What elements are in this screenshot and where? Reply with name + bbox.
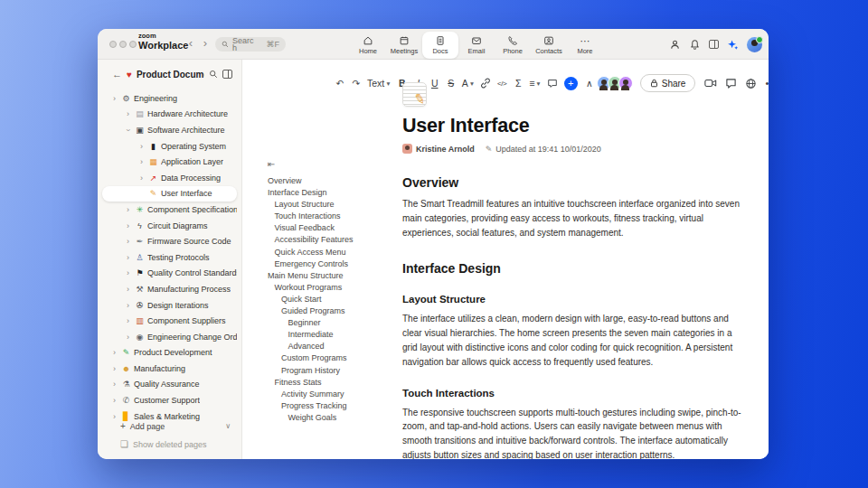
tab-phone[interactable]: Phone bbox=[495, 32, 531, 59]
show-deleted-pages-button[interactable]: ❏ Show deleted pages bbox=[98, 436, 241, 452]
global-search-input[interactable]: Search ⌘F bbox=[215, 37, 286, 52]
outline-item[interactable]: Workout Programs bbox=[268, 282, 403, 294]
redo-button[interactable]: ↷ bbox=[349, 75, 363, 91]
search-icon bbox=[222, 41, 229, 48]
sidebar-item[interactable]: ›ϟCircuit Diagrams bbox=[102, 218, 237, 234]
close-window-button[interactable] bbox=[109, 41, 117, 48]
chevron-right-icon[interactable]: › bbox=[124, 333, 132, 342]
sidebar-item[interactable]: ›✒Firmware Source Code bbox=[102, 233, 237, 249]
outline-item[interactable]: Touch Interactions bbox=[268, 211, 403, 222]
contact-card-icon[interactable] bbox=[669, 39, 681, 51]
outline-item[interactable]: Fitness Stats bbox=[268, 377, 403, 389]
chevron-right-icon[interactable]: › bbox=[124, 109, 132, 118]
sidebar-item[interactable]: ›✇Design Iterations bbox=[102, 297, 237, 314]
outline-item[interactable]: Visual Feedback bbox=[268, 222, 403, 234]
sidebar-item[interactable]: ›▣Software Architecture bbox=[102, 122, 237, 138]
sidebar-item[interactable]: ›▥Component Suppliers bbox=[102, 313, 237, 329]
minimize-window-button[interactable] bbox=[119, 41, 127, 48]
outline-item[interactable]: Guided Programs bbox=[268, 305, 403, 317]
doc-heading: Touch Interactions bbox=[402, 388, 746, 399]
doc-sections[interactable]: OverviewThe Smart Treadmill features an … bbox=[402, 175, 746, 459]
notifications-bell-icon[interactable] bbox=[689, 39, 701, 51]
globe-icon[interactable] bbox=[745, 78, 757, 89]
sidebar-item[interactable]: ›▤Hardware Architecture bbox=[102, 107, 237, 123]
tab-home[interactable]: Home bbox=[350, 32, 386, 59]
outline-item[interactable]: Custom Programs bbox=[268, 352, 403, 364]
sidebar-item[interactable]: ›↗Data Processing bbox=[102, 170, 237, 186]
outline-item[interactable]: Main Menu Structure bbox=[268, 270, 403, 282]
sidebar-item[interactable]: ›⚑Quality Control Standards bbox=[102, 266, 237, 282]
outline-item[interactable]: Intermediate bbox=[268, 329, 403, 341]
tab-email[interactable]: Email bbox=[458, 32, 495, 59]
back-button[interactable]: ‹ bbox=[184, 36, 197, 50]
outline-item[interactable]: Accessibility Features bbox=[268, 234, 403, 246]
chevron-right-icon[interactable]: › bbox=[124, 301, 132, 310]
sidebar-item[interactable]: ›◉Engineering Change Orders bbox=[102, 329, 237, 345]
chevron-right-icon[interactable]: › bbox=[124, 253, 132, 262]
chevron-right-icon[interactable]: › bbox=[124, 285, 132, 294]
email-icon bbox=[471, 35, 482, 46]
sidebar-collapse-icon[interactable] bbox=[222, 70, 232, 79]
text-style-select[interactable]: Text▼ bbox=[365, 75, 393, 91]
outline-item[interactable]: Emergency Controls bbox=[268, 258, 403, 270]
workspace-title[interactable]: Product Documenta... bbox=[137, 70, 204, 80]
sidebar-item[interactable]: ›✆Customer Support bbox=[102, 392, 237, 408]
sidebar-search-icon[interactable] bbox=[209, 70, 218, 79]
updated-timestamp: Updated at 19:41 10/01/2020 bbox=[495, 145, 601, 154]
maximize-window-button[interactable] bbox=[129, 41, 137, 48]
sidebar-item[interactable]: ›▮Operating System bbox=[102, 138, 237, 155]
sidebar-back-icon[interactable]: ← bbox=[112, 69, 122, 80]
chevron-right-icon[interactable]: › bbox=[110, 348, 118, 357]
side-panel-toggle-icon[interactable] bbox=[709, 40, 719, 49]
sidebar-item[interactable]: ›♙Testing Protocols bbox=[102, 249, 237, 266]
doc-content[interactable]: ✎ User Interface Kristine Arnold ✎ Updat… bbox=[402, 60, 746, 459]
outline-item[interactable]: Interface Design bbox=[268, 187, 403, 199]
sidebar-item[interactable]: ✎User Interface bbox=[102, 186, 237, 202]
chevron-right-icon[interactable]: › bbox=[137, 157, 146, 166]
window-controls[interactable] bbox=[109, 41, 137, 48]
sidebar-item[interactable]: ›⚙Engineering bbox=[102, 90, 237, 107]
outline-item[interactable]: Overview bbox=[268, 175, 403, 187]
sidebar-item[interactable]: ›⚗Quality Assurance bbox=[102, 377, 237, 393]
chevron-right-icon[interactable]: › bbox=[137, 174, 146, 183]
chevron-right-icon[interactable]: › bbox=[124, 205, 132, 214]
outline-item[interactable]: Layout Structure bbox=[268, 199, 403, 211]
chevron-right-icon[interactable]: › bbox=[124, 268, 132, 277]
outline-item[interactable]: Beginner bbox=[268, 317, 403, 329]
outline-item[interactable]: Weight Goals bbox=[268, 412, 403, 424]
outline-item[interactable]: Advanced bbox=[268, 341, 403, 352]
add-page-button[interactable]: + Add page ∨ bbox=[98, 418, 241, 434]
outline-item[interactable]: Quick Start bbox=[268, 294, 403, 305]
sidebar-item[interactable]: ›▦Application Layer bbox=[102, 154, 237, 170]
tab-more[interactable]: ⋯ More bbox=[567, 32, 603, 59]
sidebar-item[interactable]: ›✎Product Development bbox=[102, 345, 237, 361]
chevron-right-icon[interactable]: › bbox=[110, 94, 118, 103]
doc-more-icon[interactable]: ••• bbox=[765, 78, 769, 89]
outline-item[interactable]: Program History bbox=[268, 365, 403, 377]
chevron-down-icon[interactable]: ∨ bbox=[225, 422, 231, 430]
sidebar-item-label: Firmware Source Code bbox=[147, 237, 231, 246]
undo-button[interactable]: ↶ bbox=[333, 75, 347, 91]
tab-meetings[interactable]: Meetings bbox=[386, 32, 422, 59]
sidebar-item[interactable]: ›☻Manufacturing bbox=[102, 361, 237, 377]
tab-contacts[interactable]: Contacts bbox=[531, 32, 567, 59]
outline-item[interactable]: Activity Summary bbox=[268, 389, 403, 400]
user-avatar[interactable] bbox=[747, 37, 762, 52]
chevron-right-icon[interactable]: › bbox=[137, 142, 146, 151]
chevron-right-icon[interactable]: › bbox=[110, 396, 118, 405]
chevron-right-icon[interactable]: › bbox=[110, 380, 118, 389]
chevron-right-icon[interactable]: › bbox=[124, 221, 132, 230]
chevron-right-icon[interactable]: › bbox=[124, 316, 132, 325]
doc-title[interactable]: User Interface bbox=[402, 115, 746, 137]
chevron-right-icon[interactable]: › bbox=[110, 364, 118, 373]
tab-docs[interactable]: Docs bbox=[422, 32, 458, 59]
sidebar-item[interactable]: ›⚒Manufacturing Process bbox=[102, 281, 237, 297]
ai-companion-sparkle-icon[interactable] bbox=[727, 39, 739, 51]
outline-item[interactable]: Quick Access Menu bbox=[268, 247, 403, 258]
sidebar-item[interactable]: ›✳Component Specifications bbox=[102, 202, 237, 218]
chevron-right-icon[interactable]: › bbox=[124, 126, 133, 134]
chevron-right-icon[interactable]: › bbox=[124, 237, 132, 246]
outline-collapse-icon[interactable]: ⇤ bbox=[268, 159, 403, 169]
outline-item[interactable]: Progress Tracking bbox=[268, 400, 403, 412]
forward-button[interactable]: › bbox=[199, 36, 212, 50]
